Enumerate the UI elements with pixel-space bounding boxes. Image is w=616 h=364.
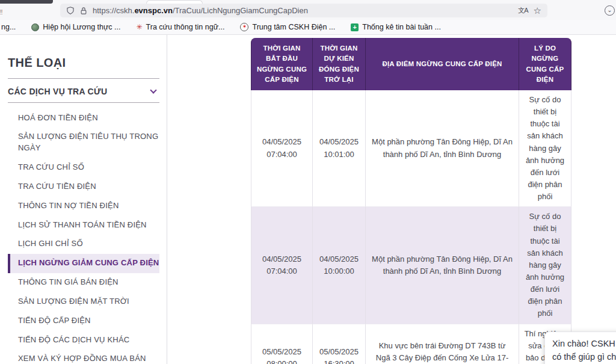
sidebar-item-tra-cuu-tien-dien[interactable]: TRA CỨU TIỀN ĐIỆN [8, 177, 159, 196]
browser-toolbar: ‼ https://cskh.evnspc.vn/TraCuu/LichNgun… [0, 0, 616, 20]
bookmarks-bar: ng... Hiệp hội Lương thực ... ✳ Tra cứu … [0, 20, 616, 35]
dark-tab-remnant [0, 0, 53, 4]
sheets-favicon-icon: + [351, 23, 359, 31]
url-text[interactable]: https://cskh.evnspc.vn/TraCuu/LichNgungG… [93, 6, 513, 15]
header-reason: LÝ DO NGỪNG CUNG CẤP ĐIỆN [519, 38, 571, 90]
header-location: ĐỊA ĐIỂM NGỪNG CUNG CẤP ĐIỆN [366, 38, 519, 90]
cell-location: Khu vực bên trái Đường DT 743B từ Ngã 3 … [366, 324, 519, 364]
lock-icon[interactable] [80, 7, 87, 15]
translate-icon[interactable]: 文A [518, 6, 528, 15]
browser-window: ‼ https://cskh.evnspc.vn/TraCuu/LichNgun… [0, 0, 616, 364]
cell-end: 05/05/202516:30:00 [313, 324, 366, 364]
sidebar-section-label: CÁC DỊCH VỤ TRA CỨU [8, 87, 107, 96]
bookmark-item[interactable]: + Thống kê tin bài tuần ... [351, 23, 441, 31]
evn-logo-favicon-icon: ✶ [240, 23, 248, 31]
divider [8, 78, 159, 79]
bookmark-label: Trung tâm CSKH Điện ... [252, 23, 335, 31]
chevron-down-icon [150, 87, 156, 93]
red-asterisk-favicon-icon: ✳ [137, 23, 143, 31]
divider [8, 102, 159, 103]
cell-start: 05/05/202508:00:00 [251, 324, 313, 364]
sidebar-section-lookup-services[interactable]: CÁC DỊCH VỤ TRA CỨU [8, 87, 159, 96]
pocket-icon[interactable]: ⌄ [605, 5, 615, 16]
cell-end: 04/05/202510:01:00 [313, 90, 366, 207]
chat-greeting-line2: có thể giúp gì cho bạ [552, 351, 616, 364]
cutoff-toolbar-icon: ‼ [0, 8, 2, 16]
header-end-time: THỜI GIAN DỰ KIẾN ĐÓNG ĐIỆN TRỞ LẠI [313, 38, 366, 90]
sidebar-item-thong-tin-gia-ban-dien[interactable]: THÔNG TIN GIÁ BÁN ĐIỆN [8, 273, 159, 292]
bookmark-label: ng... [1, 23, 16, 31]
outage-schedule-table: THỜI GIAN BẮT ĐẦU NGỪNG CUNG CẤP ĐIỆN TH… [251, 38, 571, 364]
sidebar-item-san-luong-dien-tieu-thu[interactable]: SẢN LƯỢNG ĐIỆN TIÊU THỤ TRONG NGÀY [8, 128, 159, 158]
chat-greeting-tooltip[interactable]: Xin chào! CSKH EVN có thể giúp gì cho bạ [544, 332, 616, 364]
bookmark-label: Tra cứu thông tin ngữ... [146, 23, 225, 31]
cell-end: 04/05/202510:00:00 [313, 207, 366, 324]
sidebar-item-xem-va-ky-hop-dong[interactable]: XEM VÀ KÝ HỢP ĐỒNG MUA BÁN ĐIỆN [8, 350, 159, 364]
bookmark-star-icon[interactable]: ☆ [534, 6, 541, 15]
sidebar-item-tien-do-cap-dien[interactable]: TIẾN ĐỘ CẤP ĐIỆN [8, 311, 159, 330]
table-row: 05/05/202508:00:00 05/05/202516:30:00 Kh… [251, 324, 571, 364]
cell-reason: Sự cố do thiết bị thuộc tài sản khách hà… [519, 90, 571, 207]
sidebar-item-tien-do-cac-dich-vu-khac[interactable]: TIẾN ĐỘ CÁC DỊCH VỤ KHÁC [8, 330, 159, 350]
header-start-time: THỜI GIAN BẮT ĐẦU NGỪNG CUNG CẤP ĐIỆN [251, 38, 313, 90]
globe-favicon-icon [31, 23, 39, 31]
bookmark-label: Thống kê tin bài tuần ... [362, 23, 441, 31]
cell-reason: Sự cố do thiết bị thuộc tài sản khách hà… [519, 207, 571, 324]
sidebar-menu: HOÁ ĐƠN TIỀN ĐIỆN SẢN LƯỢNG ĐIỆN TIÊU TH… [8, 108, 159, 364]
table-header-row: THỜI GIAN BẮT ĐẦU NGỪNG CUNG CẤP ĐIỆN TH… [251, 38, 571, 90]
sidebar-divider [167, 35, 167, 364]
bookmark-label: Hiệp hội Lương thực ... [43, 23, 120, 31]
shield-icon[interactable] [66, 6, 75, 15]
sidebar-item-thong-tin-no-tien-dien[interactable]: THÔNG TIN NỢ TIỀN ĐIỆN [8, 196, 159, 215]
sidebar-title: THỂ LOẠI [8, 56, 159, 70]
table-row: 04/05/202507:04:00 04/05/202510:01:00 Mộ… [251, 90, 571, 207]
sidebar-item-san-luong-dien-mat-troi[interactable]: SẢN LƯỢNG ĐIỆN MẶT TRỜI [8, 292, 159, 311]
category-sidebar: THỂ LOẠI CÁC DỊCH VỤ TRA CỨU HOÁ ĐƠN TIỀ… [8, 56, 159, 364]
cell-location: Một phần phường Tân Đông Hiệp, Dĩ An thà… [366, 90, 519, 207]
sidebar-item-tra-cuu-chi-so[interactable]: TRA CỨU CHỈ SỐ [8, 158, 159, 177]
cell-start: 04/05/202507:04:00 [251, 207, 313, 324]
chat-greeting-line1: Xin chào! CSKH EVN [552, 338, 616, 351]
sidebar-item-lich-ghi-chi-so[interactable]: LỊCH GHI CHỈ SỐ [8, 235, 159, 254]
bookmark-item[interactable]: ng... [1, 23, 16, 31]
sidebar-item-hoa-don-tien-dien[interactable]: HOÁ ĐƠN TIỀN ĐIỆN [8, 108, 159, 128]
bookmark-item[interactable]: ✳ Tra cứu thông tin ngữ... [137, 23, 225, 31]
bookmark-item[interactable]: Hiệp hội Lương thực ... [31, 23, 120, 31]
table-row: 04/05/202507:04:00 04/05/202510:00:00 Mộ… [251, 207, 571, 324]
sidebar-item-lich-ngung-giam-cung-cap-dien[interactable]: LỊCH NGỪNG GIẢM CUNG CẤP ĐIỆN [8, 254, 159, 273]
bookmark-item[interactable]: ✶ Trung tâm CSKH Điện ... [240, 23, 335, 31]
cell-start: 04/05/202507:04:00 [251, 90, 313, 207]
cell-location: Một phần phường Tân Đông Hiệp, Dĩ An thà… [366, 207, 519, 324]
url-bar[interactable]: https://cskh.evnspc.vn/TraCuu/LichNgungG… [60, 4, 547, 17]
sidebar-item-lich-su-thanh-toan[interactable]: LỊCH SỬ THANH TOÁN TIỀN ĐIỆN [8, 215, 159, 235]
